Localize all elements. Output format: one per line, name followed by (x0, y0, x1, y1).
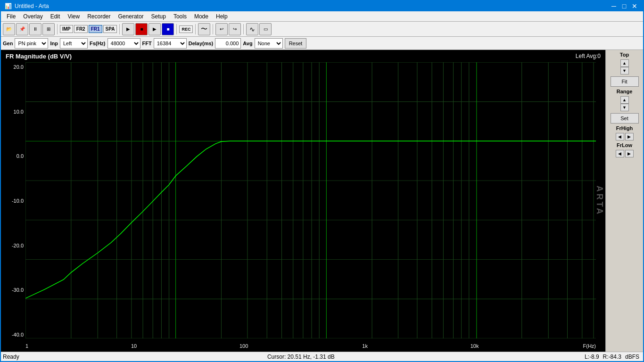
statusbar: Ready Cursor: 20.51 Hz, -1.31 dB L:-8.9 … (1, 352, 643, 361)
fit-button[interactable]: Fit (611, 76, 639, 87)
y-label-n40: -40.0 (12, 332, 24, 337)
right-level: R:-84.3 (603, 354, 621, 360)
sep1 (57, 24, 58, 34)
frhigh-label: FrHigh (616, 125, 633, 131)
y-label-n30: -30.0 (12, 287, 24, 293)
fr1-button[interactable]: FR1 (89, 25, 102, 33)
app-icon: 📊 (5, 3, 12, 9)
top-down-arrow[interactable]: ▼ (620, 67, 629, 74)
frlow-label: FrLow (617, 142, 632, 148)
titlebar-controls: ─ □ ✕ (609, 2, 639, 10)
range-up-arrow[interactable]: ▲ (620, 96, 629, 104)
inp-select[interactable]: Left Right Stereo (60, 38, 88, 49)
frlow-left-arrow[interactable]: ◀ (616, 150, 624, 157)
stop-button[interactable]: ■ (135, 23, 148, 35)
rec-button[interactable]: REC (179, 25, 193, 33)
titlebar-title: 📊 Untitled - Arta (5, 3, 49, 9)
menu-generator[interactable]: Generator (115, 11, 148, 21)
top-arrows: ▲ ▼ (620, 59, 629, 74)
range-arrows: ▲ ▼ (620, 96, 629, 111)
pause-button[interactable]: ⏸ (29, 23, 41, 35)
fwd-button[interactable]: ↪ (229, 23, 241, 35)
fft-select[interactable]: 16384 8192 32768 (154, 38, 187, 49)
menu-mode[interactable]: Mode (190, 11, 212, 21)
sep4 (195, 24, 196, 34)
delay-input[interactable] (215, 38, 241, 49)
y-axis: 20.0 10.0 0.0 -10.0 -20.0 -30.0 -40.0 (1, 64, 25, 337)
titlebar: 📊 Untitled - Arta ─ □ ✕ (1, 1, 643, 11)
imp-button[interactable]: IMP (60, 25, 73, 33)
pin-button[interactable]: 📌 (16, 23, 28, 35)
avg-label: Avg (243, 41, 252, 46)
minimize-button[interactable]: ─ (609, 2, 619, 10)
open-button[interactable]: 📂 (3, 23, 15, 35)
x-label-10: 10 (131, 343, 137, 349)
sep2 (119, 24, 120, 34)
arta-watermark: ARTA (594, 186, 604, 216)
top-label: Top (620, 52, 629, 58)
chart-area: FR Magnitude (dB V/V) Left Avg:0 ARTA 20… (1, 50, 605, 352)
right-panel: Top ▲ ▼ Fit Range ▲ ▼ Set FrHigh ◀ ▶ FrL… (605, 50, 643, 352)
main-area: FR Magnitude (dB V/V) Left Avg:0 ARTA 20… (1, 50, 643, 352)
left-level: L:-8.9 (585, 354, 599, 360)
menu-setup[interactable]: Setup (148, 11, 170, 21)
chart-title: FR Magnitude (dB V/V) (6, 53, 72, 60)
x-label-1k: 1k (362, 343, 368, 349)
y-label-0: 0.0 (17, 153, 24, 159)
maximize-button[interactable]: □ (619, 2, 629, 10)
range-down-arrow[interactable]: ▼ (620, 104, 629, 111)
frhigh-left-arrow[interactable]: ◀ (616, 133, 624, 140)
fr2-button[interactable]: FR2 (74, 25, 88, 33)
cursor-info: Cursor: 20.51 Hz, -1.31 dB (265, 354, 337, 360)
wave-button[interactable]: 〜 (198, 23, 210, 35)
sep6 (243, 24, 244, 34)
chart-info: Left Avg:0 (576, 53, 601, 59)
x-axis: 1 10 100 1k 10k F(Hz) (25, 343, 596, 349)
gen-label: Gen (3, 41, 13, 46)
sine-button[interactable]: ∿ (246, 23, 258, 35)
fs-label: Fs(Hz) (90, 41, 106, 46)
status-text: Ready (3, 354, 19, 360)
y-label-20: 20.0 (14, 64, 24, 70)
menu-help[interactable]: Help (212, 11, 231, 21)
play-button[interactable]: ▶ (122, 23, 134, 35)
top-up-arrow[interactable]: ▲ (620, 59, 629, 67)
controlbar: Gen PN pink PN white Sine Inp Left Right… (1, 37, 643, 50)
delay-label: Delay(ms) (189, 41, 214, 46)
grid-button[interactable]: ⊞ (42, 23, 55, 35)
menu-overlay[interactable]: Overlay (19, 11, 46, 21)
set-button[interactable]: Set (611, 113, 639, 123)
menu-edit[interactable]: Edit (47, 11, 64, 21)
avg-select[interactable]: None 2 4 8 (255, 38, 283, 49)
frlow-arrows: ◀ ▶ (616, 150, 634, 157)
play2-button[interactable]: ▶ (149, 23, 161, 35)
fr-curve (25, 141, 596, 337)
unit-label: dBFS (625, 354, 639, 360)
fs-select[interactable]: 48000 44100 96000 (107, 38, 140, 49)
menu-recorder[interactable]: Recorder (83, 11, 114, 21)
close-button[interactable]: ✕ (630, 2, 639, 10)
x-axis-title: F(Hz) (583, 343, 596, 349)
sep5 (213, 24, 213, 34)
gen-select[interactable]: PN pink PN white Sine (15, 38, 48, 49)
x-label-10k: 10k (471, 343, 479, 349)
range-label: Range (617, 89, 633, 94)
window-title: Untitled - Arta (15, 3, 49, 9)
menu-tools[interactable]: Tools (170, 11, 190, 21)
chart-svg (25, 62, 596, 338)
toolbar: 📂 📌 ⏸ ⊞ IMP FR2 FR1 SPA ▶ ■ ▶ ■ REC 〜 ↩ … (1, 22, 643, 37)
flat-button[interactable]: ▭ (259, 23, 272, 35)
x-label-100: 100 (239, 343, 248, 349)
reset-button[interactable]: Reset (285, 38, 307, 49)
back-button[interactable]: ↩ (215, 23, 228, 35)
frhigh-right-arrow[interactable]: ▶ (625, 133, 634, 140)
rec-stop-button[interactable]: ■ (162, 23, 174, 35)
y-label-10: 10.0 (14, 109, 24, 115)
y-label-n20: -20.0 (12, 243, 24, 248)
frhigh-arrows: ◀ ▶ (616, 133, 634, 140)
frlow-right-arrow[interactable]: ▶ (625, 150, 634, 157)
menu-file[interactable]: File (3, 11, 19, 21)
x-label-1: 1 (25, 343, 28, 349)
menu-view[interactable]: View (64, 11, 83, 21)
spa-button[interactable]: SPA (103, 25, 117, 33)
